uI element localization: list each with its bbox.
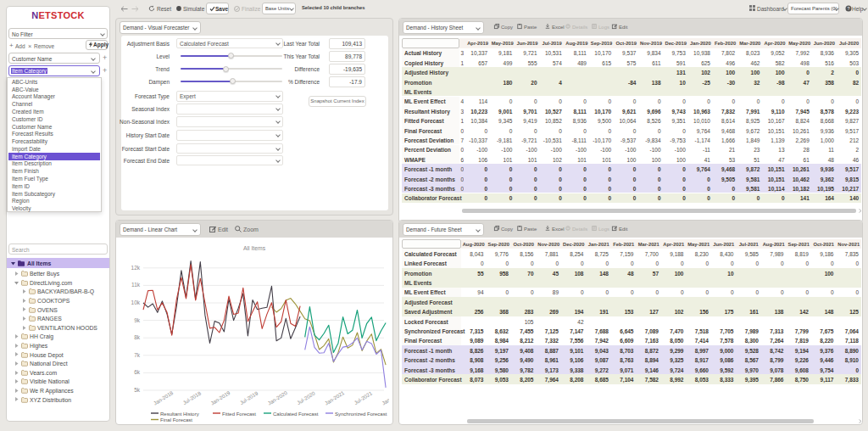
svg-text:Calculated Forecast: Calculated Forecast	[273, 411, 319, 417]
svg-text:5k: 5k	[134, 387, 141, 393]
svg-text:Jul-2018: Jul-2018	[181, 389, 202, 406]
svg-text:9k: 9k	[134, 317, 141, 323]
svg-text:Jan-2019: Jan-2019	[209, 389, 231, 406]
svg-text:Fitted Forecast: Fitted Forecast	[222, 411, 256, 417]
svg-text:7k: 7k	[134, 352, 141, 358]
svg-text:12k: 12k	[131, 265, 141, 271]
svg-text:Jan-2020: Jan-2020	[266, 389, 288, 406]
svg-text:6k: 6k	[134, 369, 141, 375]
svg-text:Jan-2022: Jan-2022	[381, 389, 389, 406]
svg-text:Jul-2019: Jul-2019	[239, 389, 259, 406]
svg-text:?: ?	[847, 6, 849, 11]
svg-text:10k: 10k	[131, 299, 141, 305]
svg-text:Synchronized Forecast: Synchronized Forecast	[335, 411, 387, 417]
svg-text:11k: 11k	[131, 282, 141, 288]
svg-text:Jan-2018: Jan-2018	[153, 389, 175, 406]
svg-text:Jul-2020: Jul-2020	[296, 389, 316, 406]
svg-text:Final Forecast: Final Forecast	[160, 417, 192, 422]
svg-text:Jul-2021: Jul-2021	[353, 389, 373, 406]
svg-text:8k: 8k	[134, 334, 141, 340]
svg-text:Resultant History: Resultant History	[160, 411, 199, 417]
svg-text:Jan-2021: Jan-2021	[324, 389, 346, 406]
